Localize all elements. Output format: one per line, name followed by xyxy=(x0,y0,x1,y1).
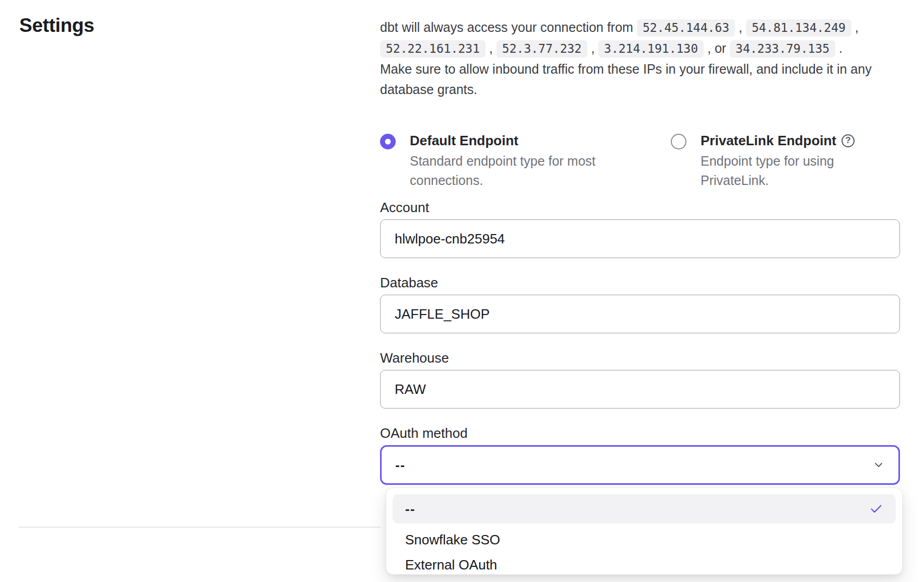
radio-dot xyxy=(385,139,391,145)
connection-settings-panel: dbt will always access your connection f… xyxy=(380,17,900,485)
page-title: Settings xyxy=(19,15,94,37)
radio-option-text: PrivateLink Endpoint ? Endpoint type for… xyxy=(701,132,857,190)
oauth-method-selected-value: -- xyxy=(395,457,405,473)
ip-allowlist-paragraph: dbt will always access your connection f… xyxy=(380,17,872,100)
oauth-method-label: OAuth method xyxy=(380,426,900,440)
radio-option-description: Standard endpoint type for most connecti… xyxy=(410,152,608,190)
ip-address-chip: 52.3.77.232 xyxy=(496,40,587,57)
account-input[interactable] xyxy=(380,219,900,258)
field-group-account: Account xyxy=(380,201,900,258)
check-icon xyxy=(869,502,883,516)
field-group-database: Database xyxy=(380,276,900,333)
radio-selected-icon[interactable] xyxy=(380,134,396,149)
ip-address-chip: 54.81.134.249 xyxy=(746,19,851,37)
ip-address-chip: 52.45.144.63 xyxy=(637,19,735,37)
endpoint-type-radio-group: Default Endpoint Standard endpoint type … xyxy=(380,132,900,190)
dropdown-option-none[interactable]: -- xyxy=(393,494,896,523)
ip-address-chip: 52.22.161.231 xyxy=(380,40,485,57)
radio-option-default-endpoint[interactable]: Default Endpoint Standard endpoint type … xyxy=(380,132,671,190)
dropdown-option-external-oauth[interactable]: External OAuth xyxy=(393,552,896,577)
field-group-oauth-method: OAuth method -- xyxy=(380,426,900,485)
radio-option-label: Default Endpoint xyxy=(410,132,608,149)
radio-option-label: PrivateLink Endpoint ? xyxy=(701,132,857,149)
radio-option-description: Endpoint type for using PrivateLink. xyxy=(701,152,857,190)
database-label: Database xyxy=(380,276,900,289)
account-label: Account xyxy=(380,201,900,214)
dropdown-option-label: Snowflake SSO xyxy=(405,532,500,548)
radio-option-label-text: PrivateLink Endpoint xyxy=(701,132,836,149)
radio-option-privatelink-endpoint[interactable]: PrivateLink Endpoint ? Endpoint type for… xyxy=(671,132,857,190)
section-divider xyxy=(18,527,381,528)
dropdown-option-label: External OAuth xyxy=(405,557,497,573)
oauth-method-select[interactable]: -- xyxy=(380,445,900,485)
help-icon[interactable]: ? xyxy=(842,134,855,147)
ip-address-chip: 34.233.79.135 xyxy=(730,40,835,57)
radio-option-text: Default Endpoint Standard endpoint type … xyxy=(410,132,608,190)
field-group-warehouse: Warehouse xyxy=(380,351,900,409)
chevron-down-icon xyxy=(872,459,885,471)
dropdown-option-snowflake-sso[interactable]: Snowflake SSO xyxy=(393,527,896,552)
ip-address-chip: 3.214.191.130 xyxy=(598,40,704,57)
warehouse-input[interactable] xyxy=(380,370,900,409)
dropdown-option-label: -- xyxy=(405,501,415,517)
oauth-method-dropdown: -- Snowflake SSO External OAuth xyxy=(386,487,903,575)
warehouse-label: Warehouse xyxy=(380,351,900,365)
radio-unselected-icon[interactable] xyxy=(671,134,686,149)
database-input[interactable] xyxy=(380,295,900,333)
